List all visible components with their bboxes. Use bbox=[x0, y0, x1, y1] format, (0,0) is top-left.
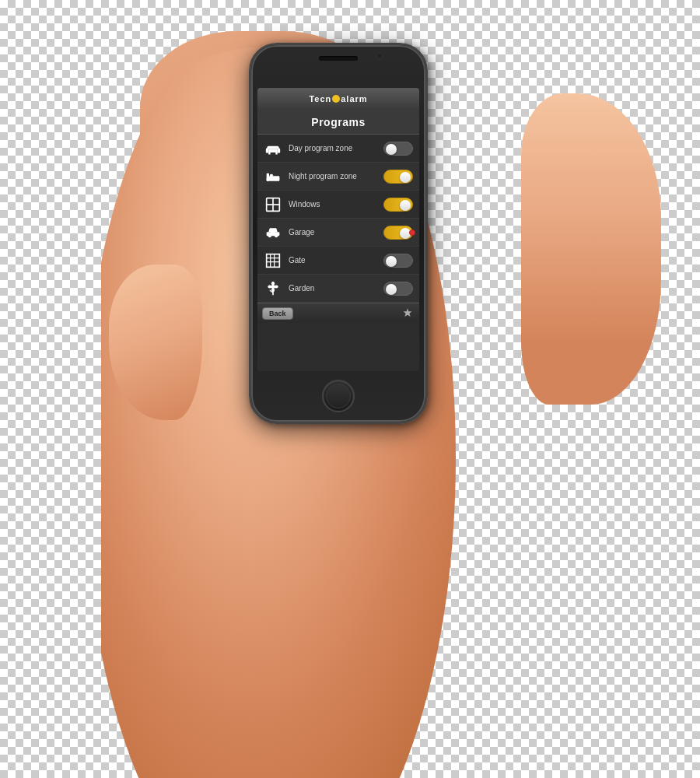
toggle-knob bbox=[386, 256, 397, 267]
app-bottom-bar: Back bbox=[257, 303, 419, 323]
windows-toggle[interactable] bbox=[383, 198, 413, 212]
night-program-label: Night program zone bbox=[289, 172, 383, 180]
garage-label: Garage bbox=[289, 228, 383, 237]
sofa-icon bbox=[264, 139, 282, 158]
phone: Tecnalarm Programs bbox=[249, 43, 428, 424]
program-list: Day program zone bbox=[257, 135, 419, 303]
svg-point-26 bbox=[275, 285, 278, 288]
program-item-garden[interactable]: Garden bbox=[257, 275, 419, 303]
svg-rect-2 bbox=[268, 145, 279, 149]
logo-circle bbox=[332, 95, 340, 103]
toggle-knob bbox=[400, 200, 411, 211]
bed-icon bbox=[264, 167, 282, 186]
app-logo: Tecnalarm bbox=[309, 94, 367, 103]
gate-icon bbox=[264, 251, 282, 270]
windows-label: Windows bbox=[289, 200, 383, 209]
svg-point-14 bbox=[268, 234, 271, 237]
svg-rect-17 bbox=[267, 254, 280, 267]
car-icon bbox=[264, 223, 282, 242]
phone-screen: Tecnalarm Programs bbox=[257, 88, 419, 371]
program-item-gate[interactable]: Gate bbox=[257, 247, 419, 275]
phone-body: Tecnalarm Programs bbox=[249, 43, 428, 424]
toggle-knob bbox=[386, 144, 397, 155]
back-button[interactable]: Back bbox=[262, 307, 293, 320]
gate-toggle[interactable] bbox=[383, 254, 413, 268]
window-icon bbox=[264, 195, 282, 214]
office-icon bbox=[401, 307, 415, 321]
finger-area bbox=[521, 93, 661, 405]
svg-rect-4 bbox=[268, 152, 271, 155]
night-program-toggle[interactable] bbox=[383, 170, 413, 184]
logo-text-2: alarm bbox=[341, 94, 367, 103]
program-item-day[interactable]: Day program zone bbox=[257, 135, 419, 163]
phone-speaker bbox=[319, 56, 358, 61]
logo-text-1: Tecn bbox=[309, 94, 331, 103]
day-program-toggle[interactable] bbox=[383, 142, 413, 156]
program-item-windows[interactable]: Windows bbox=[257, 191, 419, 219]
svg-rect-16 bbox=[271, 230, 276, 232]
phone-camera bbox=[376, 53, 383, 59]
app-header: Tecnalarm bbox=[257, 88, 419, 110]
svg-rect-9 bbox=[270, 173, 273, 176]
programs-title: Programs bbox=[311, 116, 365, 128]
svg-point-25 bbox=[268, 285, 271, 288]
garden-label: Garden bbox=[289, 284, 383, 293]
programs-header: Programs bbox=[257, 110, 419, 135]
toggle-knob bbox=[386, 284, 397, 295]
program-item-night[interactable]: Night program zone bbox=[257, 163, 419, 191]
gate-label: Gate bbox=[289, 256, 383, 265]
phone-home-inner bbox=[326, 384, 351, 408]
garage-red-indicator bbox=[409, 230, 415, 236]
svg-point-15 bbox=[275, 234, 278, 237]
scene-background: Tecnalarm Programs bbox=[0, 0, 700, 778]
garden-toggle[interactable] bbox=[383, 282, 413, 296]
toggle-knob bbox=[400, 172, 411, 183]
program-item-garage[interactable]: Garage bbox=[257, 219, 419, 247]
garage-toggle[interactable] bbox=[383, 226, 413, 240]
phone-home-button[interactable] bbox=[322, 380, 355, 412]
svg-rect-3 bbox=[268, 149, 278, 152]
svg-rect-5 bbox=[275, 152, 278, 155]
day-program-label: Day program zone bbox=[289, 144, 383, 152]
flower-icon bbox=[264, 279, 282, 298]
svg-point-23 bbox=[271, 281, 275, 285]
